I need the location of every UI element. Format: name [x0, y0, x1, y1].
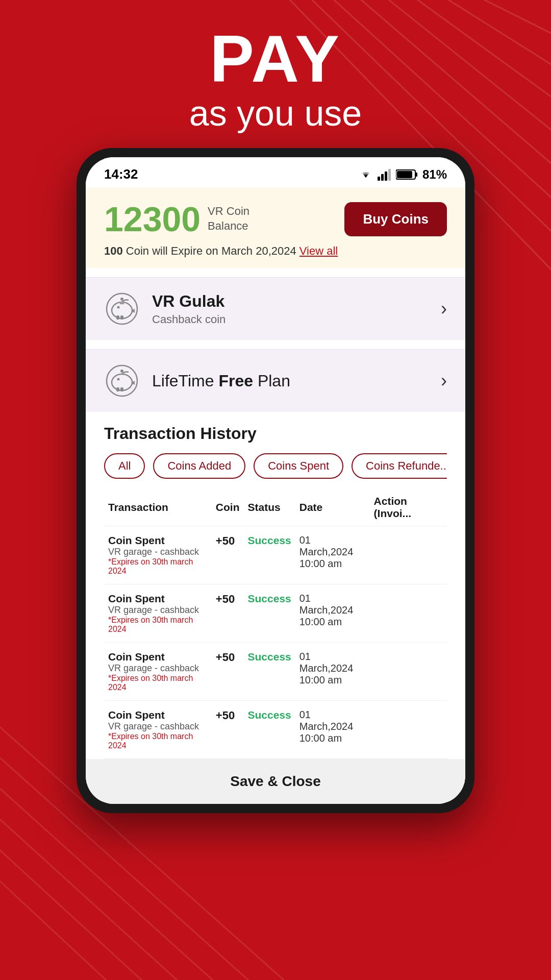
transaction-table: Transaction Coin Status Date Action (Inv… — [104, 489, 447, 759]
phone-screen: 14:32 — [86, 157, 465, 804]
cell-date-3: 01 March,2024 10:00 am — [295, 701, 370, 759]
table-row: Coin Spent VR garage - cashback *Expires… — [104, 643, 447, 701]
col-status: Status — [244, 489, 295, 526]
cell-transaction-1: Coin Spent VR garage - cashback *Expires… — [104, 584, 212, 643]
svg-rect-20 — [397, 171, 412, 178]
svg-rect-15 — [381, 174, 384, 181]
lifetime-chevron: › — [441, 370, 447, 391]
header-section: PAY as you use — [0, 26, 551, 135]
vr-gulak-subtitle: Cashback coin — [152, 313, 226, 326]
svg-point-23 — [117, 306, 120, 309]
gap-1 — [86, 268, 465, 277]
status-icons: 81% — [358, 167, 447, 182]
svg-rect-26 — [120, 315, 123, 320]
table-row: Coin Spent VR garage - cashback *Expires… — [104, 701, 447, 759]
pay-heading: PAY — [0, 26, 551, 92]
save-close-bar[interactable]: Save & Close — [86, 759, 465, 804]
expiry-row: 100 Coin will Expire on March 20,2024 Vi… — [104, 244, 447, 258]
table-header-row: Transaction Coin Status Date Action (Inv… — [104, 489, 447, 526]
view-all-link[interactable]: View all — [299, 244, 338, 257]
cell-status-1: Success — [244, 584, 295, 643]
table-row: Coin Spent VR garage - cashback *Expires… — [104, 526, 447, 584]
cell-transaction-0: Coin Spent VR garage - cashback *Expires… — [104, 526, 212, 584]
svg-point-31 — [117, 378, 120, 381]
svg-rect-27 — [116, 315, 119, 320]
cell-status-3: Success — [244, 701, 295, 759]
filter-coins-spent[interactable]: Coins Spent — [254, 453, 343, 479]
phone-outer-frame: 14:32 — [77, 148, 474, 813]
coin-balance-row: 12300 VR Coin Balance Buy Coins — [104, 202, 447, 236]
transaction-title: Transaction History — [104, 424, 447, 443]
vr-gulak-card[interactable]: VR Gulak Cashback coin › — [86, 277, 465, 340]
cell-date-2: 01 March,2024 10:00 am — [295, 643, 370, 701]
gap-2 — [86, 340, 465, 349]
lifetime-icon — [104, 363, 140, 399]
cell-coin-2: +50 — [212, 643, 244, 701]
cell-action-0 — [370, 526, 447, 584]
lifetime-title: LifeTime Free Plan — [152, 372, 290, 390]
vr-gulak-title: VR Gulak — [152, 292, 226, 311]
cell-date-1: 01 March,2024 10:00 am — [295, 584, 370, 643]
phone-mockup: 14:32 — [77, 148, 474, 813]
svg-line-11 — [0, 857, 122, 980]
filter-coins-added[interactable]: Coins Added — [153, 453, 245, 479]
expiry-text: Coin will Expire on March 20,2024 — [126, 244, 296, 257]
col-transaction: Transaction — [104, 489, 212, 526]
svg-line-10 — [0, 827, 158, 980]
signal-icon — [378, 168, 392, 181]
header-subheading: as you use — [0, 92, 551, 135]
cell-coin-0: +50 — [212, 526, 244, 584]
lifetime-left: LifeTime Free Plan — [104, 363, 290, 399]
save-close-label: Save & Close — [230, 773, 320, 789]
col-action: Action (Invoi... — [370, 489, 447, 526]
cell-action-1 — [370, 584, 447, 643]
cell-coin-3: +50 — [212, 701, 244, 759]
battery-percent: 81% — [422, 167, 447, 182]
cell-action-2 — [370, 643, 447, 701]
svg-rect-14 — [378, 177, 380, 181]
piggy-bank-icon — [104, 291, 140, 327]
svg-rect-34 — [120, 387, 123, 391]
lifetime-plan-card[interactable]: LifeTime Free Plan › — [86, 349, 465, 412]
vr-gulak-chevron: › — [441, 298, 447, 320]
table-row: Coin Spent VR garage - cashback *Expires… — [104, 584, 447, 643]
svg-rect-19 — [415, 173, 417, 177]
status-time: 14:32 — [104, 166, 138, 182]
cell-coin-1: +50 — [212, 584, 244, 643]
cell-date-0: 01 March,2024 10:00 am — [295, 526, 370, 584]
cell-transaction-2: Coin Spent VR garage - cashback *Expires… — [104, 643, 212, 701]
filter-all[interactable]: All — [104, 453, 145, 479]
col-coin: Coin — [212, 489, 244, 526]
svg-line-9 — [0, 796, 194, 980]
cell-transaction-3: Coin Spent VR garage - cashback *Expires… — [104, 701, 212, 759]
col-date: Date — [295, 489, 370, 526]
coin-label: VR Coin Balance — [208, 204, 249, 233]
battery-icon — [396, 169, 418, 180]
svg-rect-16 — [385, 172, 387, 181]
svg-point-36 — [120, 370, 123, 373]
coin-amount: 12300 — [104, 202, 201, 236]
cell-action-3 — [370, 701, 447, 759]
svg-point-28 — [120, 298, 123, 301]
transaction-section: Transaction History All Coins Added Coin… — [86, 412, 465, 759]
filter-coins-refunded[interactable]: Coins Refunde... — [352, 453, 447, 479]
filter-tabs: All Coins Added Coins Spent Coins Refund… — [104, 453, 447, 479]
coin-balance-section: 12300 VR Coin Balance Buy Coins 100 Coin… — [86, 187, 465, 268]
svg-rect-17 — [388, 169, 391, 181]
vr-gulak-left: VR Gulak Cashback coin — [104, 291, 226, 327]
status-bar: 14:32 — [86, 157, 465, 187]
svg-rect-35 — [116, 387, 119, 391]
cell-status-2: Success — [244, 643, 295, 701]
wifi-icon — [358, 168, 373, 181]
expiry-coins-count: 100 — [104, 244, 123, 257]
coin-left: 12300 VR Coin Balance — [104, 202, 249, 236]
buy-coins-button[interactable]: Buy Coins — [344, 202, 447, 236]
vr-gulak-text: VR Gulak Cashback coin — [152, 292, 226, 326]
cell-status-0: Success — [244, 526, 295, 584]
